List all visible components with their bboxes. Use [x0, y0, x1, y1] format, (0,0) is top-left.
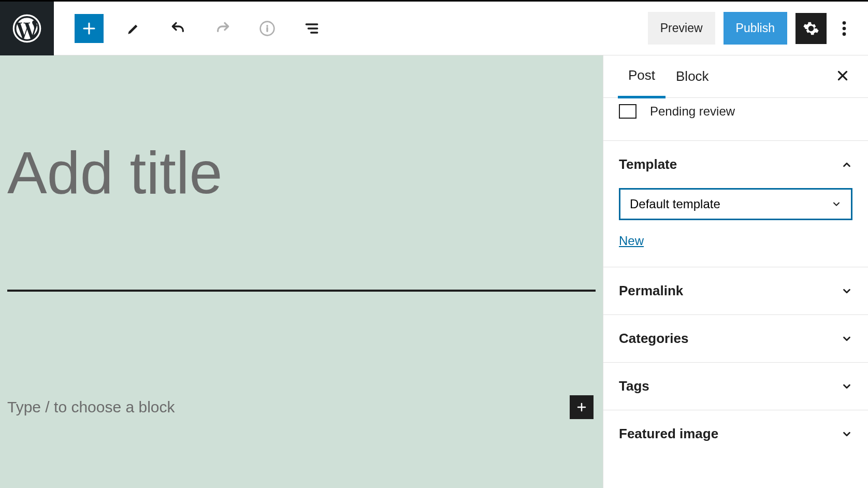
chevron-down-icon	[841, 285, 852, 297]
top-toolbar: Preview Publish	[0, 2, 868, 55]
chevron-down-icon	[831, 199, 842, 209]
edit-tools-button[interactable]	[119, 14, 148, 43]
pending-review-checkbox[interactable]	[619, 104, 636, 119]
wordpress-icon	[12, 14, 41, 43]
tab-block[interactable]: Block	[666, 56, 719, 97]
more-vertical-icon	[842, 20, 846, 37]
plus-icon	[81, 21, 97, 36]
pending-review-row: Pending review	[603, 98, 868, 140]
settings-sidebar: Post Block Pending review Template Defau	[603, 55, 868, 488]
panel-featured-image: Featured image	[603, 410, 868, 457]
outline-button[interactable]	[297, 14, 326, 43]
svg-point-3	[843, 26, 846, 30]
redo-icon	[214, 20, 231, 37]
chevron-down-icon	[841, 381, 852, 392]
svg-point-4	[843, 32, 846, 36]
undo-icon	[170, 20, 186, 37]
panel-template: Template Default template New	[603, 140, 868, 267]
add-block-button[interactable]	[75, 14, 104, 43]
pencil-icon	[125, 20, 142, 37]
pending-review-label: Pending review	[650, 104, 735, 119]
editor-canvas[interactable]: Type / to choose a block	[0, 55, 603, 488]
settings-button[interactable]	[795, 13, 827, 44]
wordpress-logo[interactable]	[0, 2, 54, 55]
block-inserter-row: Type / to choose a block	[7, 395, 596, 419]
panel-categories: Categories	[603, 314, 868, 362]
main-area: Type / to choose a block Post Block Pend…	[0, 55, 868, 488]
sidebar-panels: Pending review Template Default template…	[603, 98, 868, 488]
new-template-link[interactable]: New	[619, 234, 644, 248]
close-icon	[836, 69, 849, 82]
info-button	[253, 14, 282, 43]
panel-template-body: Default template New	[603, 188, 868, 267]
preview-button[interactable]: Preview	[648, 12, 715, 45]
panel-template-header[interactable]: Template	[603, 141, 868, 188]
undo-button[interactable]	[164, 14, 193, 43]
info-icon	[259, 20, 276, 37]
panel-featured-image-header[interactable]: Featured image	[603, 410, 868, 457]
gear-icon	[803, 20, 819, 37]
chevron-down-icon	[841, 333, 852, 345]
list-view-icon	[303, 20, 320, 37]
post-title-input[interactable]	[7, 76, 596, 292]
plus-icon	[575, 401, 588, 413]
svg-point-2	[843, 21, 846, 25]
toolbar-left	[54, 14, 326, 43]
inline-add-block-button[interactable]	[570, 395, 594, 419]
template-select[interactable]: Default template	[619, 188, 852, 220]
redo-button	[208, 14, 237, 43]
close-sidebar-button[interactable]	[832, 65, 853, 89]
block-placeholder-text[interactable]: Type / to choose a block	[7, 398, 175, 416]
more-options-button[interactable]	[835, 14, 853, 43]
panel-permalink-header[interactable]: Permalink	[603, 267, 868, 314]
panel-tags-header[interactable]: Tags	[603, 363, 868, 410]
panel-permalink: Permalink	[603, 267, 868, 314]
tab-post[interactable]: Post	[618, 55, 666, 98]
panel-categories-header[interactable]: Categories	[603, 315, 868, 362]
sidebar-tabs: Post Block	[603, 55, 868, 98]
publish-button[interactable]: Publish	[724, 12, 787, 45]
panel-tags: Tags	[603, 362, 868, 410]
chevron-up-icon	[841, 159, 852, 170]
toolbar-right: Preview Publish	[648, 12, 868, 45]
chevron-down-icon	[841, 428, 852, 440]
